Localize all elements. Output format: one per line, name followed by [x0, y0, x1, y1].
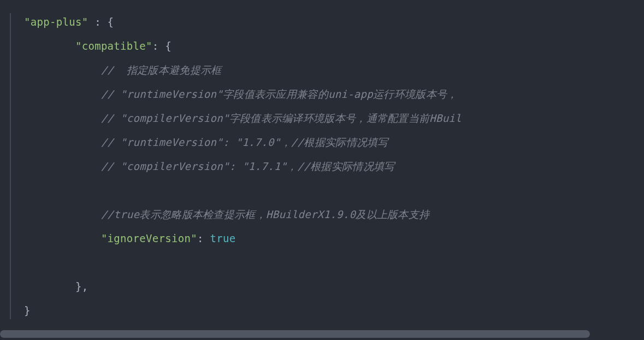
indent: [24, 40, 75, 52]
indent: [24, 64, 101, 76]
code-line: //true表示忽略版本检查提示框，HBuilderX1.9.0及以上版本支持: [0, 202, 644, 226]
brace: {: [165, 40, 172, 52]
indent: [24, 136, 101, 148]
indent: [24, 280, 75, 292]
indent: [24, 256, 101, 268]
comment: // "runtimeVersion"字段值表示应用兼容的uni-app运行环境…: [101, 88, 458, 100]
scrollbar-thumb[interactable]: [0, 330, 590, 338]
indent: [24, 88, 101, 100]
code-line: "app-plus" : {: [0, 10, 644, 34]
code-line: // "runtimeVersion": "1.7.0"，//根据实际情况填写: [0, 130, 644, 154]
separator: :: [197, 232, 210, 244]
json-key: "app-plus": [24, 16, 88, 28]
code-line: [0, 178, 644, 202]
indent: [24, 184, 101, 196]
code-line: // "compilerVersion"字段值表示编译环境版本号，通常配置当前H…: [0, 106, 644, 130]
indent-guide: [10, 13, 11, 319]
indent: [24, 160, 101, 172]
json-boolean: true: [210, 232, 235, 244]
indent: [24, 232, 101, 244]
code-line: // 指定版本避免提示框: [0, 58, 644, 82]
code-line: },: [0, 274, 644, 298]
code-line: [0, 250, 644, 274]
code-editor[interactable]: "app-plus" : { "compatible": { // 指定版本避免…: [0, 0, 644, 340]
horizontal-scrollbar[interactable]: [0, 330, 644, 338]
code-line: // "compilerVersion": "1.7.1"，//根据实际情况填写: [0, 154, 644, 178]
json-key: "ignoreVersion": [101, 232, 197, 244]
comment: // 指定版本避免提示框: [101, 64, 222, 76]
comment: // "runtimeVersion": "1.7.0"，//根据实际情况填写: [101, 136, 388, 148]
json-key: "compatible": [75, 40, 152, 52]
brace: },: [75, 280, 88, 292]
brace: }: [24, 304, 31, 316]
separator: :: [88, 16, 107, 28]
indent: [24, 112, 101, 124]
indent: [24, 208, 101, 220]
code-line: }: [0, 298, 644, 323]
code-line: // "runtimeVersion"字段值表示应用兼容的uni-app运行环境…: [0, 82, 644, 106]
comment: //true表示忽略版本检查提示框，HBuilderX1.9.0及以上版本支持: [101, 208, 429, 220]
code-line: "ignoreVersion": true: [0, 226, 644, 250]
separator: :: [152, 40, 165, 52]
code-line: "compatible": {: [0, 34, 644, 58]
comment: // "compilerVersion": "1.7.1"，//根据实际情况填写: [101, 160, 395, 172]
brace: {: [108, 16, 114, 28]
comment: // "compilerVersion"字段值表示编译环境版本号，通常配置当前H…: [101, 112, 462, 124]
